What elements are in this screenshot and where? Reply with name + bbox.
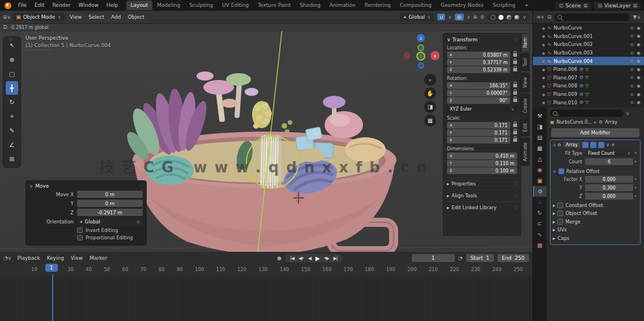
location-field[interactable]: X0.03807 m	[447, 52, 510, 58]
properties-tab-icon[interactable]: ⚙	[533, 186, 547, 197]
hide-eye-icon[interactable]: ⊙	[630, 50, 634, 56]
properties-tab-icon[interactable]: ▤	[533, 132, 547, 143]
checkbox[interactable]	[77, 235, 83, 240]
modifier-subpanel-header[interactable]: ▸ UVs	[553, 225, 638, 233]
lock-icon[interactable]	[513, 61, 517, 64]
properties-tab-icon[interactable]: △	[533, 154, 547, 164]
mode-dropdown[interactable]: ▣ Object Mode ∨	[12, 13, 65, 21]
outliner-row[interactable]: ● ∿ NurbsCurve.002 ⚙ ▽ ⊙ ◉	[533, 40, 644, 49]
hide-eye-icon[interactable]: ⊙	[630, 75, 634, 80]
render-camera-icon[interactable]: ◉	[637, 100, 641, 105]
lock-icon[interactable]	[513, 84, 517, 87]
render-camera-icon[interactable]: ◉	[637, 67, 641, 72]
count-field[interactable]: 6	[585, 158, 633, 165]
new-scene-icon[interactable]: ⊞	[583, 3, 588, 9]
modifier-subpanel-header[interactable]: ▸ Caps	[553, 233, 638, 241]
new-view-layer-icon[interactable]: ⊞	[633, 3, 637, 9]
viewport-menu-item[interactable]: Object	[125, 14, 148, 20]
lock-icon[interactable]	[513, 68, 517, 71]
tool-button[interactable]: ⌖	[6, 109, 18, 123]
pan-hand-icon[interactable]: ✋	[424, 87, 436, 99]
outliner-row[interactable]: ● ▽ Plane.007 ⚙ ▽ ⊙ ◉	[533, 74, 644, 82]
properties-tab-icon[interactable]: ↻	[533, 208, 547, 218]
subpanel-checkbox[interactable]	[557, 202, 563, 208]
hide-eye-icon[interactable]: ⊙	[630, 67, 634, 72]
tool-button[interactable]: ⊞	[6, 152, 18, 166]
camera-view-icon[interactable]: ◨	[424, 101, 436, 113]
viewport-menu-item[interactable]: Select	[85, 14, 108, 20]
shading-options-chevron[interactable]: ∨	[522, 14, 526, 20]
realtime-display-toggle[interactable]	[590, 142, 596, 148]
animate-decorator[interactable]: •	[633, 151, 638, 156]
move-field-value[interactable]: 0 m	[77, 200, 143, 207]
axis-y-positive[interactable]	[416, 52, 425, 61]
outliner-row[interactable]: ● ▽ Plane.010 ⚙ ▽ ⊙ ◉	[533, 98, 644, 107]
current-frame-field[interactable]: 1	[412, 254, 455, 262]
workspace-tab[interactable]: +	[520, 1, 534, 10]
render-camera-icon[interactable]: ◉	[637, 26, 641, 31]
n-panel-tab[interactable]: Edit	[521, 119, 530, 137]
editor-type-icon[interactable]: ⊞∨	[3, 14, 11, 20]
lock-icon[interactable]	[513, 131, 517, 134]
workspace-tab[interactable]: Layout	[126, 1, 153, 10]
animate-decorator[interactable]: •	[633, 159, 638, 164]
subpanel-checkbox[interactable]	[557, 219, 563, 225]
proportional-editing-icon[interactable]: ◎	[455, 14, 464, 20]
modifier-subpanel-header[interactable]: ▸ Constant Offset	[553, 200, 638, 208]
editor-type-icon[interactable]: ◔∨	[3, 255, 11, 261]
workspace-tab[interactable]: Animation	[325, 1, 360, 10]
lock-icon[interactable]	[513, 124, 517, 127]
orientation-select[interactable]: ⌖ Global ∨	[77, 218, 143, 226]
viewport-3d[interactable]: D: -0.2917 m global	[0, 24, 532, 252]
move-field-value[interactable]: -0.2917 m	[77, 209, 143, 216]
wireframe-shading-icon[interactable]	[491, 15, 496, 20]
hide-eye-icon[interactable]: ⊙	[630, 100, 634, 105]
animate-decorator[interactable]: •	[633, 185, 638, 191]
properties-tab-icon[interactable]: ▣	[533, 175, 547, 186]
render-camera-icon[interactable]: ◉	[637, 42, 641, 47]
factor-value[interactable]: 0.000	[585, 176, 633, 183]
checkbox[interactable]	[77, 227, 83, 233]
render-camera-icon[interactable]: ◉	[637, 33, 641, 39]
viewport-menu-item[interactable]: View	[66, 14, 85, 20]
location-field[interactable]: Y0.37717 m	[447, 59, 510, 66]
collapse-chevron-icon[interactable]: ∨	[553, 169, 556, 174]
app-menu-item[interactable]: Window	[75, 0, 103, 11]
n-panel-tab[interactable]: Item	[521, 33, 530, 52]
options-chevron-icon[interactable]: ∨	[626, 111, 630, 116]
timeline-menu-item[interactable]: Playback	[14, 255, 43, 261]
workspace-tab[interactable]: Texture Paint	[253, 1, 295, 10]
collapsed-panel-header[interactable]: ▸ Properties ∷	[447, 178, 517, 189]
collapsed-panel-header[interactable]: ▸ Edit Linked Library ∷	[447, 201, 517, 213]
axis-z-negative[interactable]	[418, 62, 424, 69]
n-panel-tab[interactable]: Tool	[521, 53, 530, 71]
lock-icon[interactable]	[513, 99, 517, 102]
scene-selector[interactable]: ⊡ Scene ⊞	[556, 2, 591, 9]
transport-button[interactable]: ▶	[314, 255, 321, 262]
panel-options-icon[interactable]: ∷	[514, 193, 517, 198]
properties-tab-icon[interactable]: ⚒	[533, 111, 547, 121]
workspace-tab[interactable]: Modeling	[152, 1, 185, 10]
render-camera-icon[interactable]: ◉	[637, 83, 641, 88]
modifier-name-field[interactable]: Array	[563, 142, 581, 148]
transport-button[interactable]: ◀•	[297, 255, 305, 261]
timeline-menu-item[interactable]: View	[67, 255, 86, 261]
material-shading-icon[interactable]	[506, 15, 511, 20]
app-menu-item[interactable]: Render	[49, 0, 75, 11]
tool-button[interactable]: ╋	[6, 81, 18, 95]
lock-icon[interactable]	[513, 91, 517, 95]
properties-tab-icon[interactable]: ◨	[533, 121, 547, 132]
render-display-toggle[interactable]	[598, 142, 604, 148]
hide-eye-icon[interactable]: ⊙	[630, 26, 634, 31]
app-menu-item[interactable]: File	[14, 0, 31, 11]
panel-options-icon[interactable]: ∷	[514, 205, 517, 210]
properties-tab-icon[interactable]: ▩	[533, 240, 547, 251]
add-modifier-button[interactable]: Add Modifier	[551, 128, 639, 137]
tool-button[interactable]: ∠	[6, 138, 18, 151]
axis-x-negative[interactable]	[403, 52, 411, 59]
tool-button[interactable]: ⊕	[6, 53, 18, 66]
show-overlays-icon[interactable]: ⊚	[480, 14, 485, 20]
transform-panel-title[interactable]: ∨ Transform∷	[447, 37, 517, 43]
fit-type-select[interactable]: Fixed Count∨	[585, 150, 633, 157]
properties-tab-icon[interactable]: ⊂	[533, 218, 547, 229]
